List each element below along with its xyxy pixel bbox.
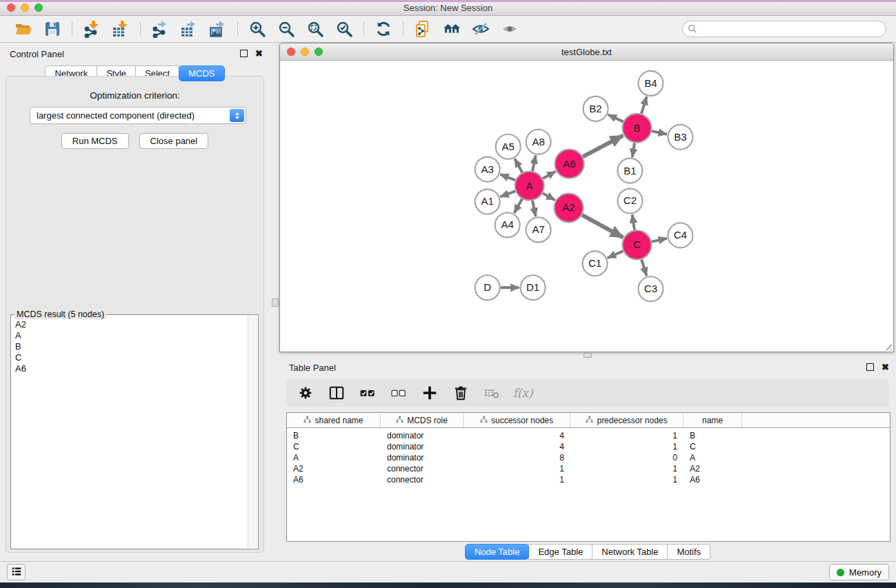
cell-mcds-role[interactable]: connector [381,464,464,474]
cell-name[interactable]: A6 [684,475,742,485]
import-table-button[interactable] [110,19,131,39]
cell-shared-name[interactable]: C [287,442,381,452]
zoom-selected-button[interactable] [334,19,355,39]
cell-name[interactable]: C [684,442,742,452]
cell-shared-name[interactable]: A2 [287,464,381,474]
table-row[interactable]: A2connector11A2 [287,463,890,474]
node-B4[interactable]: B4 [638,71,663,96]
zoom-fit-button[interactable] [305,19,326,39]
cell-mcds-role[interactable]: dominator [381,442,464,452]
cell-name[interactable]: B [684,431,742,440]
result-item[interactable]: A [12,330,248,341]
open-button[interactable] [13,19,34,39]
dropdown-stepper-icon[interactable] [230,109,244,122]
result-item[interactable]: C [12,352,248,363]
column-header-predecessor-nodes[interactable]: predecessor nodes [570,413,684,427]
tab-mcds[interactable]: MCDS [179,65,224,81]
vertical-splitter[interactable] [270,43,279,562]
cell-mcds-role[interactable]: connector [381,475,464,485]
cell-shared-name[interactable]: A6 [287,475,381,485]
edge-C-C4[interactable] [652,239,667,242]
node-A5[interactable]: A5 [496,134,521,159]
network-window-titlebar[interactable]: testGlobe.txt [280,43,893,61]
edge-C-C1[interactable] [608,251,624,258]
node-C[interactable]: C [622,230,651,259]
refresh-button[interactable] [373,19,394,39]
export-network-button[interactable] [150,19,170,39]
tab-edge-table[interactable]: Edge Table [528,544,593,560]
node-A[interactable]: A [515,172,544,201]
edge-A-A7[interactable] [532,201,536,216]
node-A7[interactable]: A7 [526,217,551,242]
table-row[interactable]: A6connector11A6 [287,474,890,485]
cell-successor-nodes[interactable]: 8 [464,453,570,463]
cell-name[interactable]: A2 [684,464,742,474]
show-all-button[interactable] [499,19,520,39]
node-A6[interactable]: A6 [555,150,584,179]
float-panel-icon[interactable] [240,50,248,57]
tab-node-table[interactable]: Node Table [465,544,530,560]
cell-shared-name[interactable]: A [287,453,381,463]
splitter-handle[interactable] [272,298,279,307]
cell-shared-name[interactable]: B [287,431,381,440]
export-image-button[interactable] [208,19,228,39]
result-list-scrollbar[interactable] [248,316,257,548]
edge-B-B2[interactable] [608,114,624,121]
save-button[interactable] [42,19,63,39]
import-network-button[interactable] [81,19,102,39]
edge-B-B3[interactable] [652,131,667,134]
float-panel-icon[interactable] [866,363,874,371]
search-input[interactable] [682,21,886,37]
edge-C-C2[interactable] [633,214,635,230]
cell-predecessor-nodes[interactable]: 1 [570,475,684,485]
zoom-in-button[interactable] [247,19,268,39]
node-C1[interactable]: C1 [583,251,608,276]
export-table-button[interactable] [179,19,199,39]
deselect-all-button[interactable] [389,383,408,403]
edge-A-A3[interactable] [500,174,515,181]
cell-successor-nodes[interactable]: 1 [464,464,570,474]
tab-motifs[interactable]: Motifs [667,544,710,560]
homes-button[interactable] [441,19,462,39]
edge-A-A1[interactable] [500,191,515,196]
edge-B-B1[interactable] [633,143,635,157]
cell-predecessor-nodes[interactable]: 1 [570,431,684,440]
column-view-button[interactable] [327,383,346,403]
close-panel-icon[interactable]: ✖ [882,363,889,371]
node-A8[interactable]: A8 [526,130,551,154]
cell-successor-nodes[interactable]: 1 [464,475,570,485]
task-history-button[interactable] [7,564,26,580]
column-header-successor-nodes[interactable]: successor nodes [464,413,570,427]
settings-gear-button[interactable] [296,383,315,403]
mcds-result-list[interactable]: A2ABCA6 [12,316,248,548]
node-A4[interactable]: A4 [495,212,520,237]
memory-button[interactable]: Memory [829,564,889,580]
node-B3[interactable]: B3 [668,125,693,150]
node-A3[interactable]: A3 [475,157,500,182]
node-C3[interactable]: C3 [638,276,663,301]
table-row[interactable]: Cdominator41C [287,441,890,452]
close-panel-button[interactable]: Close panel [139,133,209,149]
edge-A-A6[interactable] [543,172,556,179]
edge-A-A8[interactable] [532,155,536,171]
edge-A-A5[interactable] [515,159,522,172]
cell-successor-nodes[interactable]: 4 [464,431,570,440]
select-all-button[interactable] [358,383,377,403]
table-row[interactable]: Adominator80A [287,452,890,463]
result-item[interactable]: A6 [12,363,248,374]
cell-name[interactable]: A [684,453,742,463]
node-A2[interactable]: A2 [555,194,584,223]
cell-predecessor-nodes[interactable]: 1 [570,464,684,474]
cell-mcds-role[interactable]: dominator [381,431,464,440]
hide-selected-button[interactable] [470,19,491,39]
table-row[interactable]: Bdominator41B [287,430,890,441]
close-panel-icon[interactable]: ✖ [255,50,263,57]
cell-successor-nodes[interactable]: 4 [464,442,570,452]
clone-network-button[interactable] [412,19,433,39]
delete-row-button[interactable] [451,383,470,403]
node-C2[interactable]: C2 [617,189,642,214]
edge-A2-C[interactable] [582,215,623,237]
column-header-mcds-role[interactable]: MCDS role [381,413,464,427]
node-C4[interactable]: C4 [668,223,693,247]
edge-C-C3[interactable] [641,259,646,276]
